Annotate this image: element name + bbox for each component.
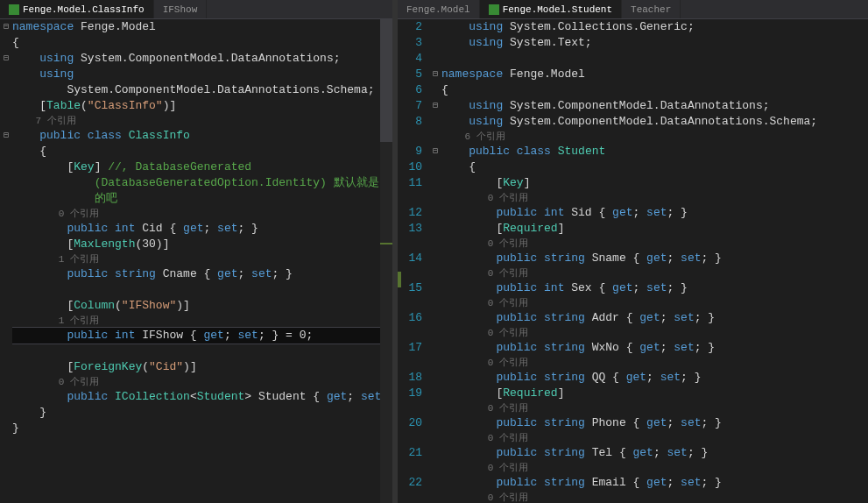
code-area-right[interactable]: 2345678910111213141516171819202122 ⊟⊟⊟ u… bbox=[398, 19, 868, 503]
scroll-map[interactable] bbox=[380, 19, 392, 503]
breadcrumb-class[interactable]: Fenge.Model.Student bbox=[480, 0, 622, 18]
code-lines[interactable]: using System.Collections.Generic; using … bbox=[441, 19, 868, 503]
breadcrumb-member[interactable]: IFShow bbox=[154, 0, 208, 18]
line-number-gutter[interactable]: 2345678910111213141516171819202122 bbox=[398, 19, 429, 503]
breadcrumb-bar: Fenge.Model Fenge.Model.Student Teacher bbox=[398, 0, 868, 19]
code-area-left[interactable]: ⊟⊟⊟ namespace Fenge.Model{ using System.… bbox=[0, 19, 392, 503]
fold-gutter[interactable]: ⊟⊟⊟ bbox=[429, 19, 441, 503]
change-mark bbox=[380, 243, 392, 244]
left-editor-pane: Fenge.Model.ClassInfo IFShow ⊟⊟⊟ namespa… bbox=[0, 0, 392, 503]
cs-icon bbox=[9, 4, 19, 15]
breadcrumb-ns[interactable]: Fenge.Model bbox=[398, 0, 480, 18]
scroll-thumb[interactable] bbox=[380, 19, 392, 142]
code-lines[interactable]: namespace Fenge.Model{ using System.Comp… bbox=[12, 19, 392, 503]
breadcrumb-bar: Fenge.Model.ClassInfo IFShow bbox=[0, 0, 392, 19]
fold-gutter[interactable]: ⊟⊟⊟ bbox=[0, 19, 12, 503]
breadcrumb-class[interactable]: Fenge.Model.ClassInfo bbox=[0, 0, 154, 18]
right-editor-pane: Fenge.Model Fenge.Model.Student Teacher … bbox=[398, 0, 868, 503]
cs-icon bbox=[489, 4, 499, 15]
breadcrumb-member[interactable]: Teacher bbox=[622, 0, 681, 18]
